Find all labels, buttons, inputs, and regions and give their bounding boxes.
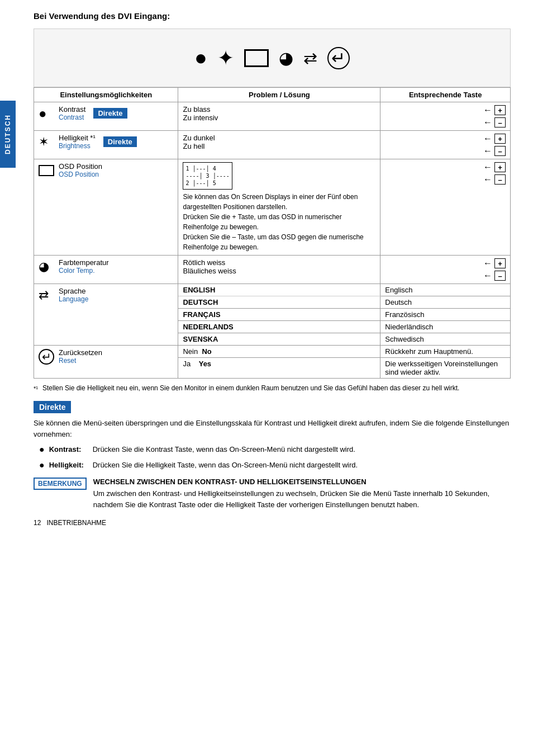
problem-cell-kontrast: Zu blass Zu intensiv bbox=[178, 102, 380, 131]
plus-box-2: + bbox=[494, 134, 506, 144]
reset-ja-desc: Die werksseitigen Voreinstellungen sind … bbox=[380, 358, 511, 379]
header-key: Entsprechende Taste bbox=[380, 88, 511, 102]
farb-icon: ◕ bbox=[39, 259, 54, 274]
table-row: ⇄ Sprache Language ENGLISH Englisch bbox=[34, 284, 511, 296]
bullet-helligkeit: ● Helligkeit: Drücken Sie die Helligkeit… bbox=[39, 460, 511, 472]
osd-icon bbox=[244, 49, 269, 67]
arrow-left-8: ← bbox=[483, 271, 492, 281]
bullet-text-helligkeit: Drücken Sie die Helligkeit Taste, wenn d… bbox=[93, 460, 358, 471]
helligkeit-label-en: Brightness bbox=[59, 142, 96, 150]
arrow-left-4: ← bbox=[483, 146, 492, 156]
reset-nein-desc: Rückkehr zum Hauptmenü. bbox=[380, 346, 511, 358]
brightness-icon: ✦ bbox=[217, 46, 234, 70]
arrow-left-6: ← bbox=[483, 174, 492, 185]
kontrast-label-en: Contrast bbox=[59, 114, 85, 121]
icons-row: ● ✦ ◕ ⇄ ↵ bbox=[194, 46, 350, 70]
problem-zu-blass: Zu blass bbox=[183, 105, 375, 114]
lang-code-nederlands: NEDERLANDS bbox=[178, 321, 380, 333]
arrow-left-1: ← bbox=[483, 105, 492, 115]
bullet-kontrast: ● Kontrast: Drücken Sie die Kontrast Tas… bbox=[39, 444, 511, 456]
lang-name-english: Englisch bbox=[380, 284, 511, 296]
bullet-dot-2: ● bbox=[39, 459, 45, 472]
osd-text: Sie können das On Screen Displays in ein… bbox=[183, 192, 375, 252]
deutsch-sidebar: DEUTSCH bbox=[0, 101, 16, 168]
bemerkung-text: Um zwischen den Kontrast- und Helligkeit… bbox=[93, 488, 511, 510]
header-settings: Einstellungsmöglichkeiten bbox=[34, 88, 178, 102]
direkte-heading: Direkte bbox=[34, 401, 71, 413]
osd-icon-cell bbox=[39, 165, 54, 176]
arrow-left-3: ← bbox=[483, 134, 492, 144]
sprache-label-en: Language bbox=[59, 295, 88, 303]
key-cell-kontrast: ← + ← – bbox=[380, 102, 511, 131]
language-icon: ⇄ bbox=[303, 48, 317, 68]
bemerkung-content: WECHSELN ZWISCHEN DEN KONTRAST- UND HELL… bbox=[93, 478, 511, 510]
helligkeit-label: Helligkeit *¹ bbox=[59, 134, 96, 142]
key-cell-helligkeit: ← + ← – bbox=[380, 131, 511, 159]
lang-name-deutsch: Deutsch bbox=[380, 296, 511, 309]
helligkeit-icon: ✶ bbox=[39, 135, 54, 149]
key-cell-osd: ← + ← – bbox=[380, 159, 511, 256]
sprache-icon: ⇄ bbox=[39, 288, 54, 303]
footnote: *¹ Stellen Sie die Helligkeit neu ein, w… bbox=[34, 384, 511, 392]
bullet-text-kontrast: Drücken Sie die Kontrast Taste, wenn das… bbox=[93, 444, 355, 455]
farb-label: Farbtemperatur bbox=[59, 258, 109, 267]
deutsch-label: DEUTSCH bbox=[4, 114, 12, 154]
bullet-dot-1: ● bbox=[39, 443, 45, 456]
arrow-left-7: ← bbox=[483, 258, 492, 268]
problem-roetlich: Rötlich weiss bbox=[183, 258, 375, 267]
minus-box-2: – bbox=[494, 146, 506, 156]
table-row: ◕ Farbtemperatur Color Temp. Rötlich wei… bbox=[34, 256, 511, 284]
footnote-sup: *¹ bbox=[34, 385, 38, 392]
osd-label: OSD Position bbox=[59, 162, 102, 171]
problem-cell-helligkeit: Zu dunkel Zu hell bbox=[178, 131, 380, 159]
reset-ja-cell: Ja Yes bbox=[178, 358, 380, 379]
minus-box-3: – bbox=[494, 174, 506, 185]
problem-cell-farb: Rötlich weiss Bläuliches weiss bbox=[178, 256, 380, 284]
arrow-left-5: ← bbox=[483, 162, 492, 172]
header-problem: Problem / Lösung bbox=[178, 88, 380, 102]
plus-box-1: + bbox=[494, 105, 506, 115]
problem-blaeulich: Bläuliches weiss bbox=[183, 267, 375, 275]
settings-cell-reset: ↵ Zurücksetzen Reset bbox=[34, 346, 178, 379]
reset-nein-cell: Nein No bbox=[178, 346, 380, 358]
color-temp-icon: ◕ bbox=[279, 48, 293, 68]
farb-label-en: Color Temp. bbox=[59, 267, 109, 275]
settings-cell-helligkeit: ✶ Helligkeit *¹ Brightness Direkte bbox=[34, 131, 178, 159]
page-footer: 12 INBETRIEBNAHME bbox=[34, 519, 511, 527]
bemerkung-title: WECHSELN ZWISCHEN DEN KONTRAST- UND HELL… bbox=[93, 478, 511, 486]
plus-box-4: + bbox=[494, 258, 506, 268]
problem-zu-dunkel: Zu dunkel bbox=[183, 134, 375, 142]
lang-name-svenska: Schwedisch bbox=[380, 333, 511, 346]
kontrast-label: Kontrast bbox=[59, 105, 85, 114]
reset-label-en: Reset bbox=[59, 357, 102, 365]
lang-code-svenska: SVENSKA bbox=[178, 333, 380, 346]
settings-cell-farb: ◕ Farbtemperatur Color Temp. bbox=[34, 256, 178, 284]
reset-label: Zurücksetzen bbox=[59, 348, 102, 357]
helligkeit-direkte-badge: Direkte bbox=[103, 136, 137, 147]
problem-cell-osd: 1 │---│ 4 ----│ 3 │---- 2 │---│ 5 Sie kö… bbox=[178, 159, 380, 256]
arrow-left-2: ← bbox=[483, 117, 492, 127]
contrast-icon: ● bbox=[194, 46, 207, 70]
page-title: Bei Verwendung des DVI Eingang: bbox=[34, 11, 511, 21]
settings-cell-sprache: ⇄ Sprache Language bbox=[34, 284, 178, 346]
problem-zu-hell: Zu hell bbox=[183, 142, 375, 150]
page-label: INBETRIEBNAHME bbox=[46, 519, 106, 527]
page-number: 12 bbox=[34, 519, 41, 527]
kontrast-direkte-badge: Direkte bbox=[93, 108, 127, 119]
direkte-section: Direkte Sie können die Menü-seiten übers… bbox=[34, 401, 511, 510]
table-row: OSD Position OSD Position 1 │---│ 4 ----… bbox=[34, 159, 511, 256]
lang-code-francais: FRANÇAIS bbox=[178, 309, 380, 321]
lang-name-francais: Französisch bbox=[380, 309, 511, 321]
kontrast-icon: ● bbox=[39, 106, 54, 121]
footnote-text: Stellen Sie die Helligkeit neu ein, wenn… bbox=[42, 384, 459, 392]
problem-zu-intensiv: Zu intensiv bbox=[183, 114, 375, 122]
sprache-label: Sprache bbox=[59, 287, 88, 295]
osd-label-en: OSD Position bbox=[59, 171, 102, 178]
bemerkung-section: BEMERKUNG WECHSELN ZWISCHEN DEN KONTRAST… bbox=[34, 478, 511, 510]
reset-icon: ↵ bbox=[327, 47, 350, 69]
minus-box-4: – bbox=[494, 271, 506, 281]
osd-diagram: 1 │---│ 4 ----│ 3 │---- 2 │---│ 5 bbox=[183, 162, 232, 190]
minus-box-1: – bbox=[494, 117, 506, 127]
settings-cell-osd: OSD Position OSD Position bbox=[34, 159, 178, 256]
key-cell-farb: ← + ← – bbox=[380, 256, 511, 284]
